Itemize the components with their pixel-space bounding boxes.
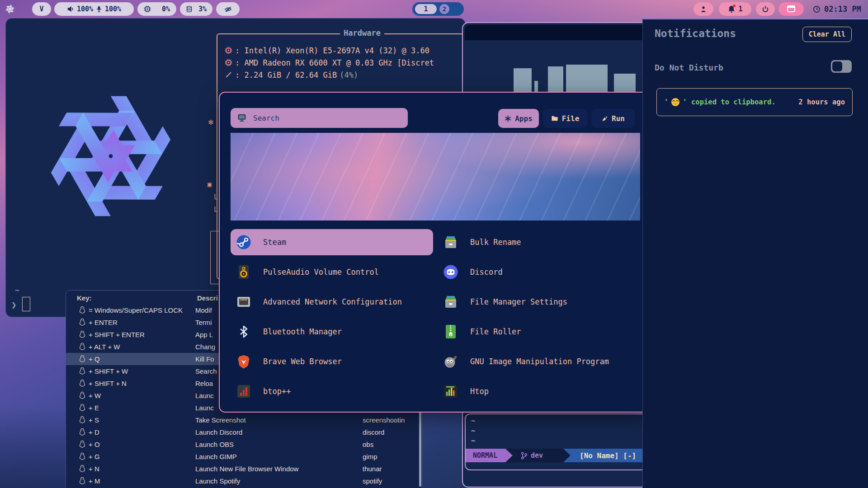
app-item-gimp[interactable]: GNU Image Manipulation Program [438,348,640,375]
nixos-logo-icon[interactable] [5,4,15,14]
keybinds-desc-header: Descri [197,294,218,302]
cpu-value: 0% [162,5,170,13]
ethernet-port-icon [236,294,251,310]
screenshot-widget[interactable] [778,2,804,16]
notification-message: ' copied to clipboard. [683,98,775,106]
memory-percent: (4%) [340,70,358,80]
app-item-bulk-rename[interactable]: Bulk Rename [438,229,640,255]
discord-icon [443,264,458,280]
notifications-widget[interactable]: 1 [719,2,751,16]
tux-icon [79,330,86,339]
dnd-toggle[interactable] [831,60,852,73]
tux-icon [79,404,86,412]
keybind-row: + MLaunch Spotifyspotify [66,475,419,487]
clock-value: 02:13 PM [824,5,861,14]
file-cabinet-icon [443,294,458,310]
tab-run-label: Run [612,114,625,123]
vim-tilde: ~ [471,417,475,425]
keybind-row: + DLaunch Discorddiscord [66,426,419,438]
app-item-pulseaudio[interactable]: PulseAudio Volume Control [231,259,433,285]
wallpaper-preview [231,133,640,221]
keybind-row: + STake Screenshotscreenshootin [66,414,419,426]
power-button[interactable] [756,2,775,16]
search-bar[interactable] [231,108,408,128]
speaker-icon [67,5,74,13]
shell-cwd: ~ [15,286,19,295]
shell-cursor[interactable] [22,297,30,311]
notifications-title: Notifications [655,28,736,39]
notification-count: 1 [738,5,742,13]
tux-icon [79,367,86,375]
app-item-network-config[interactable]: Advanced Network Configuration [231,289,433,315]
tux-icon [79,440,86,449]
brave-icon [236,354,251,369]
app-item-bluetooth-manager[interactable]: Bluetooth Manager [231,319,433,345]
keybinds-key-header: Key: [77,294,92,302]
git-branch-icon [521,451,528,460]
app-item-file-roller[interactable]: File Roller [438,319,640,345]
memory-widget[interactable]: 3% [180,2,212,16]
dnd-label: Do Not Disturb [655,63,723,72]
workspace-1-label: 1 [424,5,428,13]
microphone-icon [96,5,102,13]
eye-slash-icon [224,5,232,13]
vim-git-segment: dev [505,449,571,462]
tab-file[interactable]: File [543,109,587,128]
app-item-btop[interactable]: btop++ [231,378,433,404]
idle-inhibitor-toggle[interactable] [216,2,240,16]
tab-file-label: File [562,114,580,123]
memory-slash-icon [225,71,232,79]
clear-all-button[interactable]: Clear All [802,27,852,42]
desktop: V 100% 100% 0% 3% 1 2 [0,0,868,488]
cpu-icon [144,5,151,13]
app-item-file-manager-settings[interactable]: File Manager Settings [438,289,640,315]
search-input[interactable] [252,113,401,123]
bluetooth-icon [236,324,251,339]
vim-mode-segment: NORMAL [466,449,513,462]
tux-icon [79,306,86,314]
tux-icon [79,379,86,388]
workspace-2[interactable]: 2 [439,4,449,14]
notification-panel: Notifications Clear All Do Not Disturb '… [642,18,868,488]
app-item-brave[interactable]: Brave Web Browser [231,348,433,375]
memory-value: 3% [198,5,207,13]
tux-icon [79,452,86,461]
vim-tilde: ~ [471,427,475,435]
clock-widget[interactable]: 02:13 PM [813,2,861,16]
gpu-chip-icon [225,59,232,66]
app-item-htop[interactable]: Htop [438,378,640,404]
keybind-row: + OLaunch OBSobs [66,438,419,450]
memory-icon [186,5,193,13]
launcher-button[interactable]: V [32,2,51,16]
apps-asterisk-icon [505,115,511,122]
fetch-wm-icon: ▣ [208,180,212,188]
person-icon [700,5,707,13]
workspace-1[interactable]: 1 [415,4,437,14]
tux-icon [79,477,86,485]
notification-item[interactable]: ' ' copied to clipboard. 2 hours ago [656,88,853,116]
bell-icon [727,5,736,13]
tray-person-widget[interactable] [693,2,713,16]
power-icon [762,5,769,13]
hardware-box-title: Hardware [217,28,466,38]
cpu-widget[interactable]: 0% [137,2,176,16]
app-item-discord[interactable]: Discord [438,259,640,285]
dnd-toggle-knob [832,61,842,71]
app-item-steam[interactable]: Steam [231,229,433,255]
hardware-cpu-line: : Intel(R) Xeon(R) E5-2697A v4 (32) @ 3.… [225,44,429,56]
app-results-grid: Steam PulseAudio Volume Control Advanced… [231,229,640,404]
workspace-switcher: 1 2 [412,2,464,16]
audio-widget[interactable]: 100% 100% [54,2,134,16]
tux-icon [79,465,86,473]
notification-quote-open: ' [664,98,668,106]
folder-icon [551,115,558,122]
file-roller-icon [443,324,458,339]
volume-value: 100% [77,5,93,13]
shell-prompt: ❯ [11,300,16,310]
tux-icon [79,428,86,436]
tab-apps[interactable]: Apps [498,109,539,128]
htop-icon [443,384,458,399]
tab-run[interactable]: Run [591,109,635,128]
tux-icon [79,343,86,351]
vim-branch-name: dev [531,451,543,460]
